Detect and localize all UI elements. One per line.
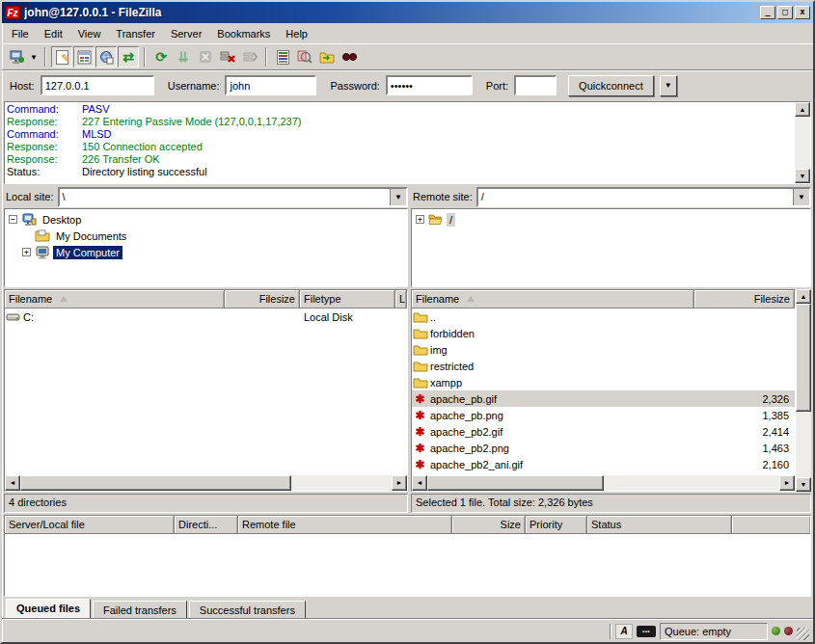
scrollbar-thumb[interactable] <box>20 475 291 491</box>
menu-transfer[interactable]: Transfer <box>108 25 163 42</box>
queue-column-remote-file[interactable]: Remote file <box>238 516 452 533</box>
remote-row[interactable]: forbidden <box>412 325 795 341</box>
local-column-filesize[interactable]: Filesize <box>225 290 300 308</box>
local-hscrollbar[interactable]: ◄ ► <box>5 475 407 491</box>
find-files-button[interactable] <box>339 46 360 67</box>
remote-row-selected[interactable]: ✱apache_pb.gif 2,326 <box>412 390 795 407</box>
log-text: PASV <box>82 103 110 116</box>
remote-column-filename[interactable]: Filename <box>412 290 694 308</box>
menu-file[interactable]: File <box>4 25 37 42</box>
scroll-down-icon[interactable]: ▼ <box>796 477 811 492</box>
remote-row[interactable]: .. <box>412 309 795 325</box>
remote-row[interactable]: ✱apache_pb2.gif 2,414 <box>412 423 795 440</box>
local-status: 4 directories <box>4 494 408 513</box>
remote-row[interactable]: restricted <box>412 358 795 374</box>
menu-server[interactable]: Server <box>163 25 209 42</box>
chevron-down-icon[interactable]: ▼ <box>390 189 406 205</box>
transfer-queue: Server/Local file Directi... Remote file… <box>4 515 811 597</box>
local-row-c-drive[interactable]: C: Local Disk <box>5 309 407 325</box>
tree-item-my-documents[interactable]: My Documents <box>5 228 407 244</box>
site-manager-dropdown[interactable]: ▼ <box>28 46 40 67</box>
remote-vscrollbar[interactable]: ▲ ▼ <box>796 289 811 492</box>
username-input[interactable] <box>225 75 316 95</box>
tab-queued-files[interactable]: Queued files <box>6 599 91 619</box>
scroll-left-icon[interactable]: ◄ <box>412 475 427 491</box>
minimize-button[interactable]: _ <box>760 6 775 19</box>
remote-row[interactable]: xampp <box>412 374 795 390</box>
tree-item-root[interactable]: + / <box>412 211 810 228</box>
remote-row[interactable]: ✱apache_pb.png 1,385 <box>412 407 795 423</box>
title-bar[interactable]: Fz john@127.0.0.1 - FileZilla _ □ x <box>2 2 813 23</box>
process-queue-button[interactable]: ⇊ <box>173 46 194 67</box>
menu-bookmarks[interactable]: Bookmarks <box>209 25 278 42</box>
log-scrollbar[interactable]: ▲ ▼ <box>795 102 810 183</box>
local-site-label: Local site: <box>4 191 54 202</box>
menu-help[interactable]: Help <box>278 25 315 42</box>
remote-hscrollbar[interactable]: ◄ ► <box>412 475 795 491</box>
queue-column-server-local-file[interactable]: Server/Local file <box>5 516 175 533</box>
quickconnect-button[interactable]: Quickconnect <box>568 75 654 96</box>
chevron-down-icon[interactable]: ▼ <box>793 189 809 205</box>
tree-item-label: / <box>447 213 455 227</box>
scroll-left-icon[interactable]: ◄ <box>5 475 20 491</box>
scroll-right-icon[interactable]: ► <box>779 475 795 491</box>
expand-icon[interactable]: + <box>22 248 31 256</box>
scrollbar-thumb[interactable] <box>427 475 604 491</box>
refresh-button[interactable]: ⟳ <box>150 46 172 67</box>
close-button[interactable]: x <box>795 6 810 19</box>
queue-column-priority[interactable]: Priority <box>526 516 587 533</box>
reconnect-button[interactable] <box>239 46 260 67</box>
scroll-down-icon[interactable]: ▼ <box>795 169 810 183</box>
local-column-filetype[interactable]: Filetype <box>300 290 395 308</box>
maximize-button[interactable]: □ <box>777 6 793 19</box>
local-site-combo[interactable]: \ ▼ <box>58 187 408 207</box>
disconnect-button[interactable] <box>217 46 238 67</box>
resize-grip[interactable] <box>797 628 809 640</box>
scroll-up-icon[interactable]: ▲ <box>796 289 811 304</box>
toggle-local-tree-button[interactable] <box>73 46 95 67</box>
speed-limits-icon[interactable]: ▪▪▪ <box>637 626 656 637</box>
menu-edit[interactable]: Edit <box>37 25 70 42</box>
quickconnect-dropdown[interactable]: ▼ <box>660 75 677 96</box>
queue-column-size[interactable]: Size <box>452 516 526 533</box>
queue-column-status[interactable]: Status <box>587 516 732 533</box>
local-column-lastmodified[interactable]: L <box>395 290 407 308</box>
scrollbar-thumb[interactable] <box>796 304 811 412</box>
scroll-up-icon[interactable]: ▲ <box>795 102 810 117</box>
toggle-message-log-button[interactable]: ✎ <box>51 46 72 67</box>
tree-item-my-computer[interactable]: + My Computer <box>5 244 407 260</box>
toggle-transfer-queue-button[interactable]: ⇄ <box>118 46 139 67</box>
directory-comparison-icon <box>297 49 312 65</box>
log-lines: Command:PASV Response:227 Entering Passi… <box>5 102 795 183</box>
transfer-type-indicator-icon[interactable]: A <box>615 624 633 639</box>
scroll-right-icon[interactable]: ► <box>392 475 407 491</box>
my-computer-icon <box>35 246 50 259</box>
collapse-icon[interactable]: − <box>9 215 17 224</box>
queue-body[interactable] <box>5 534 810 596</box>
password-input[interactable] <box>386 75 473 95</box>
local-pane: Local site: \ ▼ − Desktop <box>4 186 408 513</box>
remote-pane: Remote site: / ▼ + / Filename <box>411 186 811 513</box>
remote-row[interactable]: ✱apache_pb2.png 1,463 <box>412 440 795 456</box>
site-manager-button[interactable] <box>6 46 27 67</box>
remote-row[interactable]: ✱apache_pb2_ani.gif 2,160 <box>412 456 795 472</box>
remote-site-combo[interactable]: / ▼ <box>476 187 811 207</box>
tab-failed-transfers[interactable]: Failed transfers <box>93 601 187 619</box>
menu-view[interactable]: View <box>70 25 109 42</box>
remote-column-filesize[interactable]: Filesize <box>694 290 795 308</box>
filter-button[interactable] <box>272 46 293 67</box>
port-input[interactable] <box>514 75 557 95</box>
local-column-filename[interactable]: Filename <box>5 290 225 308</box>
queue-column-direction[interactable]: Directi... <box>175 516 238 533</box>
cancel-operation-button[interactable] <box>195 46 216 67</box>
folder-icon <box>412 377 428 389</box>
expand-icon[interactable]: + <box>416 215 424 224</box>
synchronized-browsing-button[interactable] <box>316 46 338 67</box>
toggle-remote-tree-button[interactable] <box>95 46 117 67</box>
tree-item-desktop[interactable]: − Desktop <box>5 211 407 228</box>
directory-comparison-button[interactable] <box>294 46 315 67</box>
host-input[interactable] <box>41 75 154 95</box>
remote-row[interactable]: img <box>412 341 795 358</box>
tab-successful-transfers[interactable]: Successful transfers <box>189 601 306 619</box>
menu-bar: File Edit View Transfer Server Bookmarks… <box>2 23 813 43</box>
